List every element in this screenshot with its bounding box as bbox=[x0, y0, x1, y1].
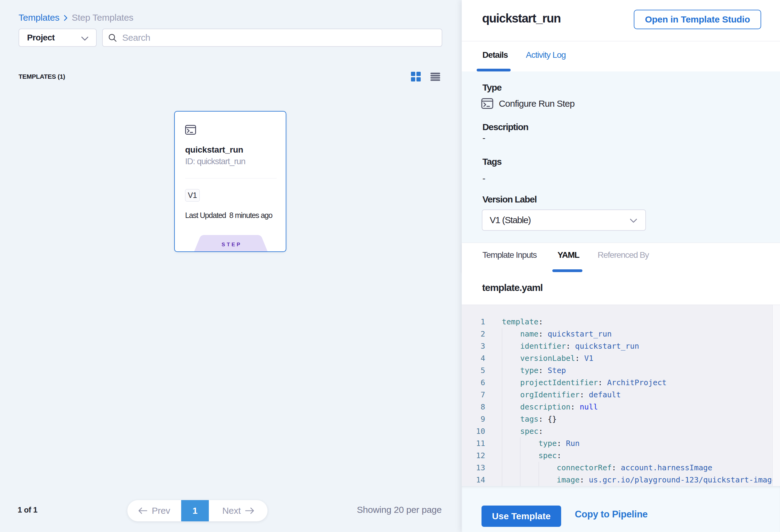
yaml-filename: template.yaml bbox=[482, 282, 543, 293]
card-divider bbox=[185, 178, 277, 179]
search-icon bbox=[108, 33, 117, 42]
yaml-line: 8 description: null bbox=[462, 401, 772, 413]
indent-guide bbox=[539, 462, 539, 486]
indent-guide bbox=[502, 328, 502, 486]
yaml-line: 10 spec: bbox=[462, 425, 772, 437]
breadcrumb-templates-link[interactable]: Templates bbox=[18, 12, 60, 23]
prev-label: Prev bbox=[152, 505, 170, 516]
page-summary: 1 of 1 bbox=[18, 505, 37, 515]
yaml-line: 14 image: us.gcr.io/playground-123/quick… bbox=[462, 474, 772, 486]
yaml-line: 5 type: Step bbox=[462, 365, 772, 377]
card-version-badge: V1 bbox=[185, 189, 200, 201]
search-input[interactable] bbox=[122, 33, 396, 43]
pagination-bar: Prev 1 Next bbox=[127, 500, 267, 521]
yaml-editor[interactable]: 1template:2 name: quickstart_run3 identi… bbox=[462, 305, 780, 486]
tab-details[interactable]: Details bbox=[482, 50, 508, 60]
yaml-line: 2 name: quickstart_run bbox=[462, 328, 772, 340]
yaml-line: 6 projectIdentifier: ArchitProject bbox=[462, 377, 772, 389]
last-updated-label: Last Updated bbox=[185, 211, 226, 220]
search-bar[interactable] bbox=[102, 29, 442, 47]
arrow-left-icon bbox=[138, 507, 147, 514]
tab-referenced-by[interactable]: Referenced By bbox=[598, 250, 649, 260]
next-page-button[interactable]: Next bbox=[209, 500, 267, 521]
card-title: quickstart_run bbox=[185, 145, 243, 155]
yaml-code: 1template:2 name: quickstart_run3 identi… bbox=[462, 316, 772, 486]
breadcrumb-current: Step Templates bbox=[72, 12, 134, 23]
type-label: Type bbox=[482, 82, 501, 93]
active-subtab-underline bbox=[552, 269, 582, 272]
yaml-line: 9 tags: {} bbox=[462, 413, 772, 425]
template-details-panel: quickstart_run Open in Template Studio D… bbox=[462, 0, 780, 532]
editor-minimap[interactable] bbox=[772, 305, 780, 486]
version-label: Version Label bbox=[482, 194, 537, 205]
copy-to-pipeline-button[interactable]: Copy to Pipeline bbox=[575, 509, 648, 520]
yaml-line: 1template: bbox=[462, 316, 772, 328]
step-ribbon-label: STEP bbox=[194, 242, 268, 248]
template-card[interactable]: quickstart_run ID: quickstart_run V1 Las… bbox=[174, 111, 286, 252]
prev-page-button[interactable]: Prev bbox=[127, 500, 181, 521]
open-in-template-studio-button[interactable]: Open in Template Studio bbox=[634, 10, 761, 29]
run-step-icon bbox=[185, 125, 196, 135]
list-view-icon[interactable] bbox=[430, 72, 440, 81]
templates-count-header: TEMPLATES (1) bbox=[18, 73, 65, 80]
description-label: Description bbox=[482, 122, 528, 132]
yaml-line: 11 type: Run bbox=[462, 437, 772, 450]
scope-selector-value: Project bbox=[27, 33, 55, 43]
yaml-line: 4 versionLabel: V1 bbox=[462, 352, 772, 365]
tags-value: - bbox=[482, 173, 485, 184]
header-divider bbox=[462, 41, 780, 41]
yaml-line: 3 identifier: quickstart_run bbox=[462, 340, 772, 352]
arrow-right-icon bbox=[245, 507, 254, 514]
breadcrumb-chevron-icon bbox=[63, 15, 69, 21]
card-id: ID: quickstart_run bbox=[185, 156, 245, 166]
yaml-file-header: template.yaml bbox=[462, 272, 780, 305]
chevron-down-icon bbox=[630, 218, 637, 224]
templates-page: Templates Step Templates Project TEMPLAT… bbox=[0, 0, 780, 532]
details-section: Type Configure Run Step Description - Ta… bbox=[462, 71, 780, 243]
yaml-line: 12 spec: bbox=[462, 450, 772, 462]
chevron-down-icon bbox=[81, 36, 89, 41]
subtab-row: Template Inputs YAML Referenced By bbox=[462, 243, 780, 272]
tab-template-inputs[interactable]: Template Inputs bbox=[482, 250, 537, 260]
panel-footer: Use Template Copy to Pipeline bbox=[462, 486, 780, 532]
per-page-label: Showing 20 per page bbox=[357, 504, 442, 515]
use-template-button[interactable]: Use Template bbox=[482, 505, 561, 527]
card-last-updated: Last Updated8 minutes ago bbox=[185, 211, 272, 220]
version-select-value: V1 (Stable) bbox=[490, 215, 531, 225]
next-label: Next bbox=[222, 505, 241, 516]
type-value-row: Configure Run Step bbox=[481, 98, 575, 109]
active-tab-underline bbox=[477, 69, 511, 71]
tags-label: Tags bbox=[482, 156, 501, 167]
panel-title: quickstart_run bbox=[482, 11, 560, 25]
last-updated-value: 8 minutes ago bbox=[229, 211, 272, 220]
yaml-line: 7 orgIdentifier: default bbox=[462, 389, 772, 401]
version-select[interactable]: V1 (Stable) bbox=[482, 209, 646, 231]
indent-guide bbox=[520, 437, 521, 486]
grid-view-icon[interactable] bbox=[411, 72, 421, 82]
yaml-line: 13 connectorRef: account.harnessImage bbox=[462, 462, 772, 474]
tab-yaml[interactable]: YAML bbox=[557, 250, 579, 260]
description-value: - bbox=[482, 133, 485, 143]
type-value: Configure Run Step bbox=[499, 98, 575, 109]
run-step-icon bbox=[481, 98, 493, 109]
current-page-button[interactable]: 1 bbox=[181, 500, 209, 521]
scope-selector[interactable]: Project bbox=[18, 29, 97, 47]
tab-activity-log[interactable]: Activity Log bbox=[526, 50, 566, 60]
